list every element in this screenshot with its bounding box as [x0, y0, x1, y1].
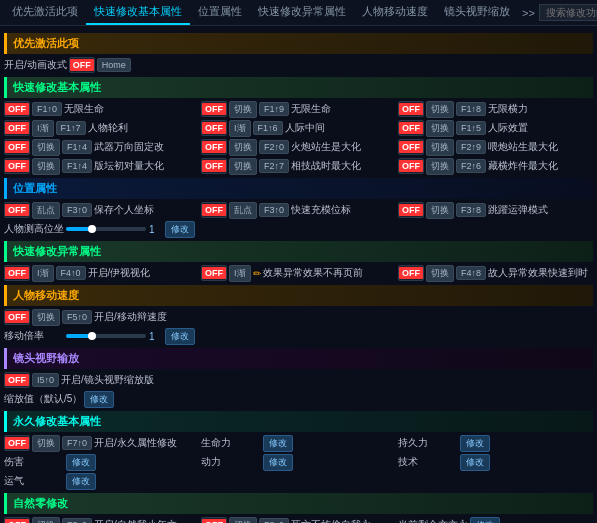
search-input[interactable] — [539, 4, 597, 21]
pos-modify-btn[interactable]: 修改 — [165, 221, 195, 238]
pos-slider-label: 人物测高位坐 — [4, 222, 64, 236]
cam-label-1: 开启/镜头视野缩放版 — [61, 373, 154, 387]
qb-toggle-4-2[interactable]: OFF — [201, 158, 227, 174]
section-quick-common-header: 快速修改异常属性 — [4, 241, 593, 262]
cam-modify-btn[interactable]: 修改 — [84, 391, 114, 408]
qb-toggle-3-1[interactable]: OFF — [4, 139, 30, 155]
tab-quick-common[interactable]: 快速修改异常属性 — [250, 0, 354, 25]
pos-toggle-1[interactable]: OFF — [4, 202, 30, 218]
perm-modify-2-1[interactable]: 修改 — [66, 454, 96, 471]
pos-slider-track[interactable] — [66, 227, 146, 231]
qb-toggle-2-3[interactable]: OFF — [398, 120, 424, 136]
perm-item-2-3: 技术 修改 — [398, 454, 593, 471]
qb-toggle-2-1[interactable]: OFF — [4, 120, 30, 136]
ar-modify-btn-3[interactable]: 修改 — [470, 517, 500, 524]
ms-slider-fill — [66, 334, 90, 338]
qb-toggle-2-2[interactable]: OFF — [201, 120, 227, 136]
qb-label-3-1: 武器万向固定改 — [94, 140, 164, 154]
quick-basic-row-1: OFF F1↑0 无限生命 OFF 切换 F1↑9 无限生命 OFF 切换 F1… — [4, 100, 593, 118]
priority-row-1: 开启/动画改式 OFF Home — [4, 56, 593, 74]
tab-move-speed[interactable]: 人物移动速度 — [354, 0, 436, 25]
qb-key-2-3b: F1↑5 — [456, 121, 486, 135]
qb-toggle-3-3[interactable]: OFF — [398, 139, 424, 155]
qb-key-1-2b: F1↑9 — [259, 102, 289, 116]
qb-label-2-1: 人物轮利 — [88, 121, 148, 135]
tab-bar: 优先激活此项 快速修改基本属性 位置属性 快速修改异常属性 人物移动速度 镜头视… — [0, 0, 597, 26]
qc-toggle-2[interactable]: OFF — [201, 265, 227, 281]
perm-toggle-1-1[interactable]: OFF — [4, 435, 30, 451]
ms-modify-btn[interactable]: 修改 — [165, 328, 195, 345]
qc-edit-icon[interactable]: ✏ — [253, 268, 261, 279]
perm-key-1-1: 切换 — [32, 435, 60, 452]
qb-toggle-4-3[interactable]: OFF — [398, 158, 424, 174]
pos-toggle-2[interactable]: OFF — [201, 202, 227, 218]
tab-camera[interactable]: 镜头视野缩放 — [436, 0, 518, 25]
section-move-speed-header: 人物移动速度 — [4, 285, 593, 306]
qc-toggle-3[interactable]: OFF — [398, 265, 424, 281]
tab-priority[interactable]: 优先激活此项 — [4, 0, 86, 25]
qb-key-2-2: I渐 — [229, 120, 251, 137]
perm-label-2-1: 伤害 — [4, 455, 64, 469]
perm-modify-2-3[interactable]: 修改 — [460, 454, 490, 471]
main-content: 优先激活此项 开启/动画改式 OFF Home 快速修改基本属性 OFF F1↑… — [0, 26, 597, 523]
ar-key-1b: F8↑0 — [62, 518, 92, 523]
priority-item-1: 开启/动画改式 OFF Home — [4, 57, 593, 73]
ms-slider-track[interactable] — [66, 334, 146, 338]
ar-toggle-2[interactable]: OFF — [201, 517, 227, 523]
perm-modify-3-1[interactable]: 修改 — [66, 473, 96, 490]
qb-label-4-3: 藏横炸件最大化 — [488, 159, 558, 173]
tab-position[interactable]: 位置属性 — [190, 0, 250, 25]
perm-item-1-2: 生命力 修改 — [201, 435, 396, 452]
qb-toggle-1-3[interactable]: OFF — [398, 101, 424, 117]
section-quick-basic-header: 快速修改基本属性 — [4, 77, 593, 98]
cam-toggle-1[interactable]: OFF — [4, 372, 30, 388]
qb-key-1-1: F1↑0 — [32, 102, 62, 116]
qb-key-4-3: 切换 — [426, 158, 454, 175]
qb-item-4-1: OFF 切换 F1↑4 版坛初对量大化 — [4, 158, 199, 175]
qb-item-4-2: OFF 切换 F2↑7 相技战时最大化 — [201, 158, 396, 175]
qb-key-3-2: 切换 — [229, 139, 257, 156]
pos-label-1: 保存个人坐标 — [94, 203, 154, 217]
qb-toggle-1-2[interactable]: OFF — [201, 101, 227, 117]
move-speed-row-1: OFF 切换 F5↑0 开启/移动辩速度 — [4, 308, 593, 326]
perm-modify-1-2[interactable]: 修改 — [263, 435, 293, 452]
qb-item-3-3: OFF 切换 F2↑9 喂炮站生最大化 — [398, 139, 593, 156]
section-priority-header: 优先激活此项 — [4, 33, 593, 54]
cam-zoom-label: 缩放值（默认/5） — [4, 392, 82, 406]
qb-key-4-2b: F2↑7 — [259, 159, 289, 173]
qb-toggle-4-1[interactable]: OFF — [4, 158, 30, 174]
camera-row-1: OFF I5↑0 开启/镜头视野缩放版 — [4, 371, 593, 389]
pos-toggle-3[interactable]: OFF — [398, 202, 424, 218]
pos-slider-val: 1 — [149, 224, 163, 235]
perm-modify-1-3[interactable]: 修改 — [460, 435, 490, 452]
qb-item-4-3: OFF 切换 F2↑6 藏横炸件最大化 — [398, 158, 593, 175]
qb-item-3-1: OFF 切换 F1↑4 武器万向固定改 — [4, 139, 199, 156]
app-container: 优先激活此项 快速修改基本属性 位置属性 快速修改异常属性 人物移动速度 镜头视… — [0, 0, 597, 523]
priority-toggle-off-1: OFF — [70, 59, 94, 71]
ar-label-3: 当前剩余亦亦永 — [398, 518, 468, 523]
perm-label-1-1: 开启/永久属性修改 — [94, 436, 177, 450]
ms-toggle-1[interactable]: OFF — [4, 309, 30, 325]
ms-key-1: 切换 — [32, 309, 60, 326]
ms-slider-val: 1 — [149, 331, 163, 342]
qb-toggle-3-2[interactable]: OFF — [201, 139, 227, 155]
priority-toggle-1[interactable]: OFF — [69, 57, 95, 73]
perm-label-2-3: 技术 — [398, 455, 458, 469]
qc-toggle-1[interactable]: OFF — [4, 265, 30, 281]
pos-label-3: 跳躍运弹模式 — [488, 203, 548, 217]
cam-item-1: OFF I5↑0 开启/镜头视野缩放版 — [4, 372, 593, 388]
tab-quick-basic[interactable]: 快速修改基本属性 — [86, 0, 190, 25]
qb-toggle-1-1[interactable]: OFF — [4, 101, 30, 117]
perm-modify-2-2[interactable]: 修改 — [263, 454, 293, 471]
ar-toggle-1[interactable]: OFF — [4, 517, 30, 523]
pos-label-2: 快速充模位标 — [291, 203, 351, 217]
quick-basic-row-3: OFF 切换 F1↑4 武器万向固定改 OFF 切换 F2↑0 火炮站生是大化 … — [4, 138, 593, 156]
tab-more[interactable]: >> — [518, 7, 539, 19]
ar-item-1-3: 当前剩余亦亦永 修改 — [398, 517, 593, 524]
perm-item-1-3: 持久力 修改 — [398, 435, 593, 452]
perm-label-1-2: 生命力 — [201, 436, 261, 450]
qb-key-4-2: 切换 — [229, 158, 257, 175]
qb-key-3-1: 切换 — [32, 139, 60, 156]
ms-key-1b: F5↑0 — [62, 310, 92, 324]
qb-label-1-3: 无限横力 — [488, 102, 548, 116]
